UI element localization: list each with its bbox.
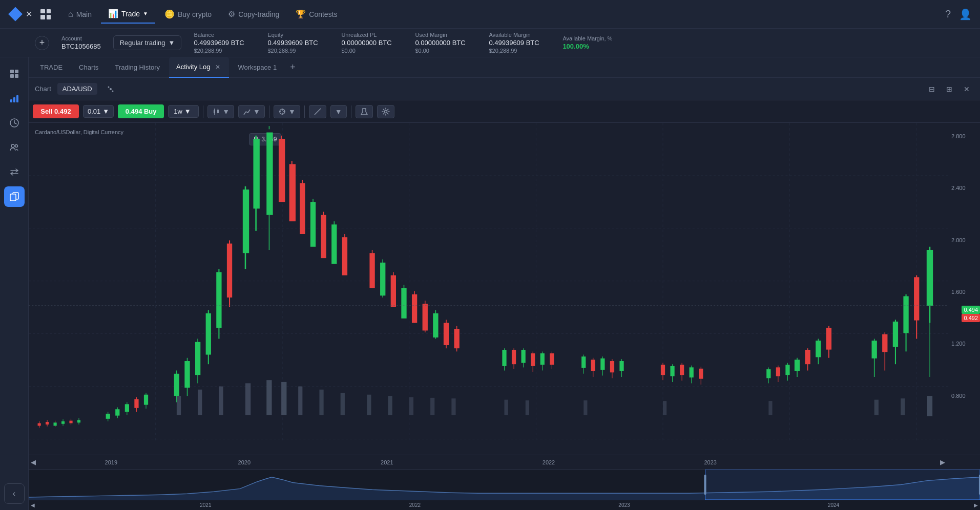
tab-trading-history[interactable]: Trading History [108, 57, 167, 78]
copy-trading-icon: ⚙ [228, 9, 235, 19]
tab-activity-log-close-icon[interactable]: ✕ [214, 63, 222, 71]
sell-button[interactable]: Sell 0.492 [33, 104, 79, 118]
chart-type-dropdown-icon: ▼ [222, 108, 230, 116]
separator-2 [269, 105, 269, 118]
buy-button[interactable]: 0.494 Buy [118, 104, 164, 118]
balance-usd: $20,288.99 [194, 48, 255, 54]
sidebar-item-chart[interactable] [4, 88, 25, 109]
svg-rect-170 [893, 322, 898, 347]
nav-item-main[interactable]: ⌂ Main [61, 6, 99, 23]
account-section: Account BTC1056685 [61, 35, 101, 50]
nav-item-copy-trading[interactable]: ⚙ Copy-trading [221, 5, 286, 23]
svg-rect-108 [401, 288, 406, 318]
sidebar-collapse-button[interactable]: ‹ [4, 483, 25, 504]
close-logo-icon[interactable]: ✕ [26, 9, 32, 19]
symbol-selector[interactable]: ADA/USD [57, 83, 97, 95]
add-button[interactable]: + [35, 36, 49, 50]
tab-workspace1-label: Workspace 1 [238, 63, 277, 71]
svg-rect-114 [433, 313, 438, 337]
trading-mode-button[interactable]: Regular trading ▼ [113, 35, 182, 50]
unrealized-pl-label: Unrealized PL [341, 32, 403, 38]
nav-scroll-left-button[interactable]: ◀ [31, 502, 35, 508]
svg-rect-179 [198, 390, 202, 415]
equity-label: Equity [267, 32, 329, 38]
nav-item-buy-crypto[interactable]: 🪙 Buy crypto [157, 5, 219, 23]
sidebar-item-transfer[interactable] [4, 162, 25, 182]
content-area: TRADE Charts Trading History Activity Lo… [29, 57, 980, 510]
tab-activity-log[interactable]: Activity Log ✕ [169, 57, 228, 78]
chart-body[interactable]: Cardano/USDollar, Digital Currency H: 3.… [29, 123, 980, 455]
nav-time-label-2022: 2022 [409, 502, 421, 508]
indicator-button[interactable]: ▼ [238, 105, 265, 118]
crosshair-icon [278, 108, 286, 116]
nav-right: ? 👤 [945, 8, 972, 20]
tab-add-button[interactable]: + [286, 60, 300, 75]
time-label-2022: 2022 [543, 459, 555, 465]
svg-rect-3 [15, 74, 18, 78]
contests-icon: 🏆 [296, 9, 306, 19]
svg-rect-172 [903, 296, 908, 333]
svg-point-32 [384, 110, 387, 113]
grid-menu-icon[interactable] [40, 9, 51, 19]
tab-charts[interactable]: Charts [72, 57, 106, 78]
sidebar-item-layers[interactable] [4, 63, 25, 84]
nav-scroll-right-button[interactable]: ▶ [974, 502, 978, 508]
timeframe-value: 1w [174, 108, 182, 115]
available-margin-btc: 0.49939609 BTC [489, 39, 550, 47]
draw-tools-dropdown-icon[interactable]: ▼ [330, 105, 347, 118]
svg-rect-100 [342, 237, 347, 275]
user-icon[interactable]: 👤 [959, 8, 972, 20]
balance-label: Balance [194, 32, 255, 38]
sidebar-item-users[interactable] [4, 137, 25, 158]
chart-minimize-icon[interactable]: ⊟ [925, 82, 939, 96]
svg-rect-198 [901, 398, 905, 415]
tab-charts-label: Charts [79, 63, 98, 71]
flask-button[interactable] [356, 105, 373, 118]
chart-navigator[interactable] [29, 469, 980, 500]
crosshair-button[interactable]: ▼ [274, 105, 300, 118]
svg-rect-92 [300, 183, 305, 234]
sell-price-badge: 0.492 [962, 314, 980, 322]
chart-type-button[interactable]: ▼ [207, 105, 234, 118]
svg-rect-51 [53, 422, 56, 426]
help-icon[interactable]: ? [945, 8, 951, 20]
equity-section: Equity 0.49939609 BTC $20,288.99 [267, 32, 329, 54]
nav-time-label-2021: 2021 [200, 502, 211, 508]
tabs-bar: TRADE Charts Trading History Activity Lo… [29, 57, 980, 78]
svg-rect-118 [454, 329, 459, 348]
logo[interactable]: ✕ [8, 7, 32, 22]
gear-icon [382, 108, 390, 116]
scroll-right-button[interactable]: ▶ [940, 458, 945, 466]
svg-rect-17 [214, 110, 215, 113]
nav-item-contests[interactable]: 🏆 Contests [288, 5, 344, 23]
gear-button[interactable] [377, 105, 394, 118]
price-level-5: 1.200 [951, 341, 978, 347]
equity-usd: $20,288.99 [267, 48, 329, 54]
chart-container: Chart ADA/USD ⊟ ⊞ ✕ [29, 78, 980, 510]
draw-line-button[interactable] [309, 105, 326, 118]
svg-rect-166 [872, 341, 877, 358]
svg-rect-156 [785, 365, 789, 375]
account-bar: + Account BTC1056685 Regular trading ▼ B… [0, 29, 980, 57]
timeframe-selector[interactable]: 1w ▼ [168, 105, 199, 118]
svg-line-9 [14, 123, 16, 124]
svg-rect-191 [451, 398, 455, 415]
used-margin-btc: 0.00000000 BTC [415, 39, 476, 47]
svg-point-16 [112, 90, 113, 92]
nav-item-trade[interactable]: 📊 Trade ▼ [101, 5, 155, 24]
lot-size-selector[interactable]: 0.01 ▼ [83, 105, 114, 118]
svg-rect-194 [583, 400, 587, 415]
tab-workspace1[interactable]: Workspace 1 [231, 57, 284, 78]
svg-rect-110 [412, 294, 417, 323]
sidebar-item-copy[interactable] [4, 186, 25, 207]
scroll-left-button[interactable]: ◀ [31, 458, 36, 466]
sidebar-item-clock[interactable] [4, 113, 25, 133]
svg-rect-201 [705, 470, 980, 500]
chart-settings-icon[interactable] [103, 82, 118, 96]
svg-rect-187 [367, 395, 371, 415]
chart-close-icon[interactable]: ✕ [960, 82, 974, 96]
tab-trade[interactable]: TRADE [33, 57, 70, 78]
svg-rect-195 [663, 401, 666, 415]
svg-rect-2 [10, 74, 14, 78]
chart-expand-icon[interactable]: ⊞ [942, 82, 956, 96]
